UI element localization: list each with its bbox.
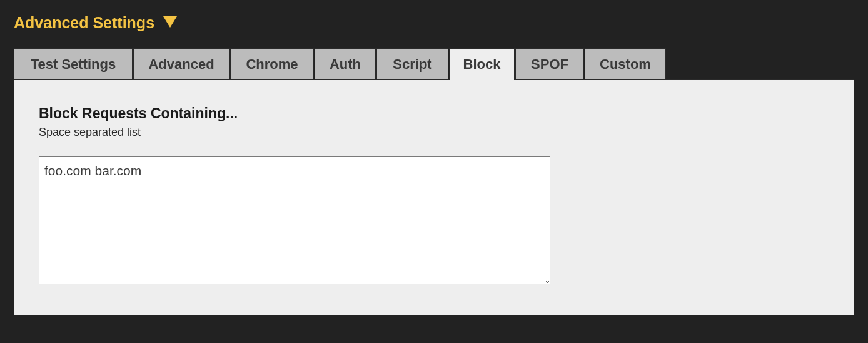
tab-chrome[interactable]: Chrome: [230, 48, 314, 80]
tab-block[interactable]: Block: [449, 48, 515, 80]
tab-label: Custom: [600, 58, 651, 71]
tab-label: Chrome: [246, 58, 298, 71]
tab-label: Auth: [330, 58, 361, 71]
tab-label: Advanced: [148, 58, 214, 71]
tab-label: Block: [463, 58, 501, 71]
panel-heading: Block Requests Containing...: [39, 105, 829, 122]
tab-label: SPOF: [531, 58, 568, 71]
triangle-down-icon: [163, 16, 177, 30]
tab-spof[interactable]: SPOF: [515, 48, 584, 80]
section-title: Advanced Settings: [14, 14, 154, 32]
tab-label: Script: [393, 58, 431, 71]
tab-auth[interactable]: Auth: [315, 48, 376, 80]
tabs-row: Test Settings Advanced Chrome Auth Scrip…: [14, 48, 854, 80]
block-requests-input[interactable]: [39, 156, 550, 284]
tab-test-settings[interactable]: Test Settings: [14, 48, 133, 80]
advanced-settings-toggle[interactable]: Advanced Settings: [14, 14, 854, 32]
tab-advanced[interactable]: Advanced: [133, 48, 230, 80]
tab-script[interactable]: Script: [376, 48, 448, 80]
svg-marker-0: [163, 16, 177, 28]
block-panel: Block Requests Containing... Space separ…: [14, 79, 854, 315]
panel-subtext: Space separated list: [39, 126, 829, 139]
tab-label: Test Settings: [31, 58, 116, 71]
tab-custom[interactable]: Custom: [585, 48, 666, 80]
